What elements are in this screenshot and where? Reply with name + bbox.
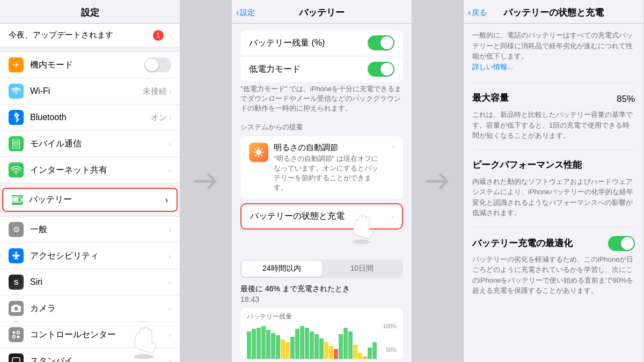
battery-health-chevron: › (391, 212, 393, 220)
time-tabs: 24時間以内 10日間 (240, 260, 403, 278)
battery-percentage-toggle[interactable] (368, 35, 394, 50)
sidebar-item-mobile[interactable]: モバイル通信 › (0, 131, 180, 157)
sidebar-item-wifi[interactable]: Wi-Fi 未接続 › (0, 78, 180, 105)
health-back-btn[interactable]: ‹ 戻る (468, 8, 487, 18)
control-icon (9, 327, 24, 342)
low-power-row[interactable]: 低電力モード (240, 56, 403, 82)
battery-percentage-row[interactable]: バッテリー残量 (%) (240, 30, 403, 56)
wifi-value: 未接続 (143, 86, 167, 97)
optimize-row: バッテリー充電の最適化 (472, 236, 635, 251)
max-capacity-desc: これは、新品時と比較したバッテリー容量の基準です。容量が低下すると、1回の充電で… (472, 109, 635, 141)
svg-rect-38 (310, 331, 314, 359)
svg-point-23 (256, 150, 261, 155)
svg-rect-12 (12, 358, 20, 362)
standby-chevron: › (169, 357, 171, 363)
svg-rect-6 (13, 197, 19, 201)
panel3-content: 一般的に、電話のバッテリーはすべての充電式バッテリーと同様に消耗品で経年劣化が進… (464, 24, 643, 359)
divider-2 (472, 150, 635, 150)
hand-pointer-1 (129, 324, 158, 359)
battery-chart: バッテリー残量 100% 50% 0% (240, 308, 403, 359)
svg-rect-26 (252, 329, 256, 359)
svg-point-20 (141, 328, 143, 330)
system-suggestion-label: システムからの提案 (232, 118, 412, 134)
optimize-section: バッテリー充電の最適化 バッテリーの劣化を軽減するため、このiPhoneが日ごろ… (472, 236, 635, 296)
svg-rect-41 (324, 342, 328, 359)
sidebar-item-hotspot[interactable]: インターネット共有 › (0, 157, 180, 183)
battery-icon (12, 195, 23, 205)
svg-rect-32 (281, 339, 285, 359)
svg-point-11 (17, 336, 20, 338)
svg-rect-33 (286, 342, 290, 359)
svg-rect-1 (14, 141, 18, 146)
suggestion-title: 明るさの自動調節 (274, 143, 385, 153)
svg-rect-30 (271, 333, 275, 359)
hand-pointer-2 (348, 212, 375, 245)
tab-24h[interactable]: 24時間以内 (241, 261, 322, 277)
airplane-label: 機内モード (30, 60, 144, 71)
sidebar-item-accessibility[interactable]: アクセシビリティ › (0, 243, 180, 269)
svg-rect-43 (334, 349, 338, 359)
update-text: 今夜、アップデートされます (9, 30, 113, 40)
svg-point-19 (134, 354, 153, 359)
chart-label: バッテリー残量 (247, 312, 397, 321)
battery-title: バッテリー (299, 6, 345, 19)
battery-health-item[interactable]: バッテリーの状態と充電 › (240, 203, 403, 230)
battery-health-header: ‹ 戻る バッテリーの状態と充電 (464, 0, 643, 24)
battery-toggles: バッテリー残量 (%) 低電力モード (240, 30, 403, 82)
wifi-chevron: › (169, 87, 171, 95)
sidebar-item-bluetooth[interactable]: Bluetooth オン › (0, 105, 180, 131)
panel-settings: 設定 今夜、アップデートされます 1 › ✈ 機内モード Wi-Fi 未接続 ›… (0, 0, 180, 362)
health-title: バッテリーの状態と充電 (503, 6, 604, 19)
bluetooth-icon (9, 110, 24, 125)
update-notification[interactable]: 今夜、アップデートされます 1 › (0, 24, 180, 47)
battery-header: ‹ 設定 バッテリー (232, 0, 412, 24)
svg-rect-39 (314, 334, 319, 359)
peak-desc: 内蔵された動的なソフトウェアおよびハードウェアシステムにより、iPhoneバッテ… (472, 176, 635, 218)
settings-header: 設定 (0, 0, 180, 24)
svg-rect-48 (358, 353, 362, 359)
svg-point-8 (13, 331, 16, 334)
wifi-label: Wi-Fi (30, 86, 143, 96)
suggestion-chevron: › (392, 143, 394, 151)
suggestion-card[interactable]: 明るさの自動調節 "明るさの自動調節" は現在オフになっています。オンにするとバ… (240, 136, 403, 200)
low-power-desc: "低電力モード" では、iPhoneを十分に充電できるまでダウンロードやメール受… (232, 82, 412, 118)
panel-battery: ‹ 設定 バッテリー バッテリー残量 (%) 低電力モード "低電力モード" で… (232, 0, 412, 362)
charge-info: 最後に 46% まで充電されたとき (232, 282, 412, 295)
sidebar-item-siri[interactable]: S Siri › (0, 269, 180, 295)
accessibility-label: アクセシビリティ (30, 250, 169, 262)
bluetooth-label: Bluetooth (30, 113, 151, 122)
sidebar-item-battery[interactable]: バッテリー › (2, 188, 178, 212)
siri-icon: S (9, 275, 24, 290)
low-power-toggle[interactable] (368, 62, 394, 77)
battery-back-btn[interactable]: ‹ 設定 (236, 8, 255, 18)
airplane-toggle[interactable] (144, 57, 171, 72)
divider-3 (472, 227, 635, 227)
sidebar-item-general[interactable]: ⚙ 一般 › (0, 216, 180, 243)
svg-rect-29 (266, 330, 270, 359)
accessibility-icon (9, 248, 24, 263)
svg-rect-50 (368, 348, 372, 359)
svg-rect-31 (276, 335, 280, 359)
battery-back-label: 設定 (240, 8, 255, 18)
sidebar-item-camera[interactable]: カメラ › (0, 295, 180, 322)
svg-point-7 (15, 252, 17, 254)
arrow-2 (412, 0, 464, 362)
svg-point-24 (353, 240, 370, 244)
panel3-intro-link[interactable]: 詳しい情報... (472, 63, 513, 71)
tab-10d[interactable]: 10日間 (322, 261, 402, 277)
svg-rect-45 (343, 328, 348, 359)
sidebar-item-airplane[interactable]: ✈ 機内モード (0, 51, 180, 78)
hotspot-icon (9, 162, 24, 178)
optimize-toggle[interactable] (608, 236, 635, 251)
panel-battery-health: ‹ 戻る バッテリーの状態と充電 一般的に、電話のバッテリーはすべての充電式バッ… (464, 0, 643, 362)
mobile-label: モバイル通信 (30, 138, 169, 150)
siri-label: Siri (30, 277, 169, 287)
suggestion-text: 明るさの自動調節 "明るさの自動調節" は現在オフになっています。オンにするとバ… (274, 143, 385, 193)
update-badge: 1 (153, 30, 164, 41)
airplane-icon: ✈ (9, 57, 24, 72)
peak-section: ピークパフォーマンス性能 内蔵された動的なソフトウェアおよびハードウェアシステム… (472, 159, 635, 218)
bluetooth-value: オン (151, 113, 167, 123)
suggestion-icon (249, 143, 268, 162)
settings-title: 設定 (81, 6, 99, 19)
arrow-1 (180, 0, 232, 362)
